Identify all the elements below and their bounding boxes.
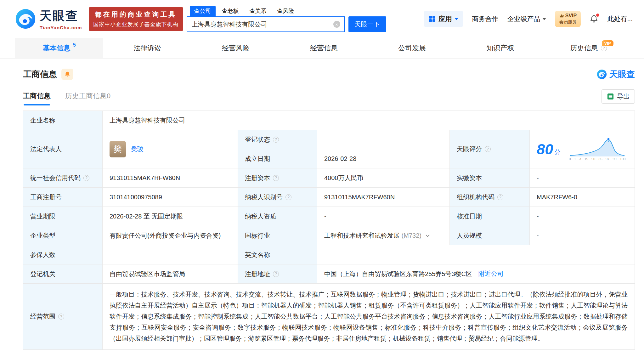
field-value-legal-rep: 樊 樊骏 — [103, 130, 238, 168]
search-row: × 天眼一下 — [187, 16, 386, 32]
tab-count-badge: 5 — [73, 42, 76, 48]
logo-en-text: TianYanCha.com — [40, 25, 82, 30]
help-icon[interactable]: ? — [485, 146, 491, 152]
tianyancha-logo-icon — [597, 69, 607, 79]
table-row: 登记机关 自由贸易试验区市场监管局 注册地址 ? 中国（上海）自由贸易试验区东育… — [23, 264, 635, 284]
field-label-industry: 国标行业 — [238, 226, 317, 245]
tab-label: 基本信息 — [43, 43, 71, 53]
subtab-business-info[interactable]: 工商信息 — [23, 91, 51, 105]
watermark-text: 天眼查 — [609, 69, 635, 80]
tab-label: 法律诉讼 — [133, 43, 161, 53]
help-icon[interactable]: ? — [273, 175, 279, 181]
help-icon[interactable]: ? — [58, 314, 64, 320]
svip-sublabel: 会员服务 — [559, 19, 577, 25]
chevron-down-icon[interactable] — [426, 233, 430, 237]
field-label-company-name: 企业名称 — [23, 111, 103, 130]
field-value-credit-code: 91310115MAK7RFW60N — [103, 168, 238, 188]
field-value-taxpayer-id: 91310115MAK7RFW60N — [317, 188, 450, 207]
bell-icon — [64, 71, 71, 77]
field-value-reg-number: 310141000975089 — [103, 188, 238, 207]
field-label-staff-size: 人员规模 — [450, 226, 530, 245]
field-label-english-name: 英文名称 — [238, 245, 317, 264]
search-tab-company[interactable]: 查公司 — [190, 6, 216, 16]
field-value-company-type: 有限责任公司(外商投资企业与内资合资) — [103, 226, 238, 245]
apps-menu[interactable]: 应用 — [424, 11, 463, 27]
crown-icon — [559, 14, 564, 18]
menu-biz-cooperation[interactable]: 商务合作 — [472, 14, 498, 23]
field-label-legal-rep: 法定代表人 — [23, 130, 103, 168]
field-label-credit-code: 统一社会信用代码 ? — [23, 168, 103, 188]
field-label-reg-number: 工商注册号 — [23, 188, 103, 207]
tab-legal-litigation[interactable]: 法律诉讼 — [103, 38, 191, 58]
field-label-insured-count: 参保人数 — [23, 245, 103, 264]
field-value-company-name: 上海具身慧智科技有限公司 — [103, 111, 635, 130]
legal-rep-avatar[interactable]: 樊 — [110, 141, 126, 157]
search-tab-boss[interactable]: 查老板 — [217, 6, 243, 16]
field-value-staff-size: - — [530, 226, 635, 245]
logo-cn-text: 天眼查 — [40, 8, 82, 24]
clear-icon[interactable]: × — [333, 21, 340, 28]
field-label-org-code: 组织机构代码 ? — [450, 188, 530, 207]
help-icon[interactable]: ? — [273, 137, 279, 143]
tianyancha-logo-icon — [15, 8, 36, 29]
excel-icon — [607, 93, 614, 100]
promo-badge: 都在用的商业查询工具 国家中小企业发展子基金旗下机构 — [89, 7, 183, 31]
field-label-company-type: 企业类型 — [23, 226, 103, 245]
tab-history-info[interactable]: VIP 历史信息 ? — [545, 38, 633, 58]
field-label-approval-date: 核准日期 — [450, 207, 530, 226]
menu-enterprise-products[interactable]: 企业级产品 — [507, 14, 546, 23]
apps-label: 应用 — [438, 14, 452, 23]
tab-intellectual-property[interactable]: 知识产权 — [456, 38, 544, 58]
field-value-reg-authority: 自由贸易试验区市场监管局 — [103, 264, 238, 284]
chevron-down-icon — [542, 18, 546, 20]
notification-bell[interactable] — [590, 14, 598, 23]
help-icon[interactable]: ? — [273, 271, 279, 277]
table-row: 工商注册号 310141000975089 纳税人识别号 ? 91310115M… — [23, 188, 635, 207]
field-value-reg-capital: 4000万人民币 — [317, 168, 450, 188]
help-icon[interactable]: ? — [285, 194, 291, 200]
apps-grid-icon — [429, 15, 436, 22]
export-label: 导出 — [617, 92, 630, 101]
search-tab-risk[interactable]: 查风险 — [273, 6, 299, 16]
svip-membership-badge[interactable]: SVIP 会员服务 — [555, 11, 581, 27]
nearby-companies-link[interactable]: 附近公司 — [478, 270, 504, 277]
legal-rep-link[interactable]: 樊骏 — [131, 145, 144, 153]
main-nav-tabs: 基本信息 5 法律诉讼 经营风险 经营信息 公司发展 知识产权 VIP 历史信息… — [0, 38, 644, 59]
field-label-taxpayer-quality: 纳税人资质 — [238, 207, 317, 226]
industry-code: (M732) — [402, 232, 421, 239]
field-label-reg-capital: 注册资本 ? — [238, 168, 317, 188]
field-label-tyc-score: 天眼评分 ? — [450, 130, 530, 168]
tab-basic-info[interactable]: 基本信息 5 — [15, 38, 103, 58]
user-account[interactable]: 此处有... — [607, 14, 633, 23]
field-value-english-name: - — [317, 245, 635, 264]
field-label-taxpayer-id: 纳税人识别号 ? — [238, 188, 317, 207]
tab-label: 经营信息 — [310, 43, 338, 53]
field-value-insured-count: - — [103, 245, 238, 264]
field-value-establish-date: 2026-02-28 — [317, 149, 450, 168]
subscribe-bell-button[interactable] — [61, 69, 73, 80]
field-value-tyc-score: 80 分 01 315 — [530, 130, 635, 168]
search-input-wrap: × — [187, 16, 345, 32]
search-button[interactable]: 天眼一下 — [348, 16, 386, 32]
tab-operation-risk[interactable]: 经营风险 — [192, 38, 280, 58]
logo-text: 天眼查 TianYanCha.com — [40, 8, 82, 30]
search-tab-relation[interactable]: 查关系 — [245, 6, 271, 16]
field-value-business-term: 2026-02-28 至 无固定期限 — [103, 207, 238, 226]
tab-company-development[interactable]: 公司发展 — [368, 38, 456, 58]
help-icon[interactable]: ? — [83, 175, 89, 181]
tab-label: 经营风险 — [222, 43, 250, 53]
search-area: 查公司 查老板 查关系 查风险 × 天眼一下 — [187, 6, 386, 32]
field-value-business-scope: 一般项目：技术服务、技术开发、技术咨询、技术交流、技术转让、技术推广；互联网数据… — [103, 284, 635, 350]
subtab-history-business-info[interactable]: 历史工商信息0 — [65, 91, 110, 105]
help-icon[interactable]: ? — [497, 194, 503, 200]
table-row: 营业期限 2026-02-28 至 无固定期限 纳税人资质 - 核准日期 - — [23, 207, 635, 226]
field-label-paid-capital: 实缴资本 — [450, 168, 530, 188]
table-row: 经营范围 ? 一般项目：技术服务、技术开发、技术咨询、技术交流、技术转让、技术推… — [23, 284, 635, 350]
tianyancha-logo[interactable]: 天眼查 TianYanCha.com — [15, 8, 82, 30]
export-button[interactable]: 导出 — [602, 89, 635, 104]
enterprise-label: 企业级产品 — [507, 14, 540, 23]
tab-operation-info[interactable]: 经营信息 — [280, 38, 368, 58]
tianyancha-watermark: 天眼查 — [597, 69, 635, 80]
search-input[interactable] — [187, 16, 345, 32]
field-value-reg-address: 中国（上海）自由贸易试验区东育路255弄5号3楼C区 附近公司 — [317, 264, 635, 284]
